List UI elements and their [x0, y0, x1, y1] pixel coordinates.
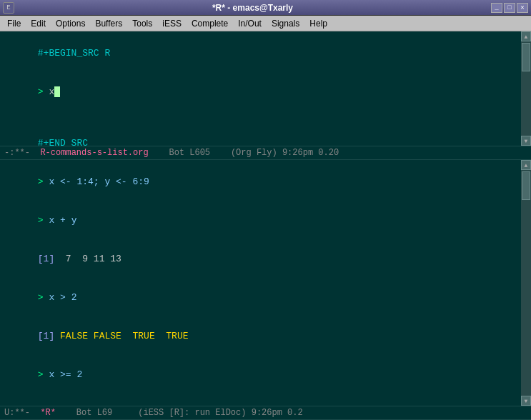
window-controls[interactable]: _ □ ✕ — [491, 3, 528, 13]
status1-left: -:**- — [4, 148, 40, 158]
status2-left: U:**- — [4, 408, 40, 418]
r-prompt-1: > — [38, 176, 49, 187]
menu-help[interactable]: Help — [305, 17, 332, 30]
status1-right: Bot L605 (Org Fly) 9:26pm 0.20 — [149, 148, 339, 158]
end-src-tag: #+END_SRC — [38, 138, 88, 146]
app-icon: E — [3, 2, 14, 14]
maximize-button[interactable]: □ — [504, 3, 515, 13]
r-line-5: [1] FALSE FALSE TRUE TRUE — [4, 317, 527, 356]
menu-edit[interactable]: Edit — [26, 17, 50, 30]
source-pane[interactable]: #+BEGIN_SRC R > x #+END_SRC ▲ ▼ — [0, 31, 531, 146]
app-icon-letter: E — [6, 4, 10, 11]
r-line-6: > x >= 2 — [4, 356, 527, 394]
r-line-3: [1] 7 9 11 13 — [4, 240, 527, 279]
r-scrollbar[interactable]: ▲ ▼ — [521, 160, 531, 406]
scroll-thumb[interactable] — [522, 43, 530, 71]
menu-tools[interactable]: Tools — [128, 17, 157, 30]
r-output-3: 7 9 11 13 — [54, 254, 121, 264]
menu-complete[interactable]: Complete — [187, 17, 232, 30]
r-cmd-6: x >= 2 — [49, 369, 82, 380]
status2-filename: *R* — [40, 408, 56, 418]
source-line-3 — [4, 111, 527, 124]
r-cmd-2: x + y — [49, 215, 76, 226]
status-bar-1: -:**- R-commands-s-list.org Bot L605 (Or… — [0, 146, 531, 160]
r-prompt-2: > — [38, 215, 49, 226]
r-out-5c — [121, 331, 133, 341]
r-line-1: > x <- 1:4; y <- 6:9 — [4, 163, 527, 201]
r-prompt-6: > — [38, 369, 49, 380]
status-bar-2: U:**- *R* Bot L69 (iESS [R]: run ElDoc) … — [0, 406, 531, 420]
scroll-down-arrow[interactable]: ▼ — [521, 136, 531, 146]
window-title: *R* - emacs@Txarly — [14, 3, 491, 13]
menu-inout[interactable]: In/Out — [234, 17, 266, 30]
r-prompt-4: > — [38, 292, 49, 303]
r-bracket-3: [1] — [38, 254, 54, 264]
r-cmd-1: x <- 1:4; y <- 6:9 — [49, 176, 149, 187]
r-scroll-thumb[interactable] — [522, 171, 530, 200]
status1-filename: R-commands-s-list.org — [40, 148, 148, 158]
r-true-5a: TRUE — [132, 331, 154, 341]
r-line-7: [1] FALSE TRUE TRUE TRUE — [4, 394, 527, 406]
r-scroll-down[interactable]: ▼ — [521, 396, 531, 406]
menu-file[interactable]: File — [3, 17, 25, 30]
r-cmd-4: x > 2 — [49, 292, 76, 303]
source-line-2: > x — [4, 73, 527, 111]
r-scroll-up[interactable]: ▲ — [521, 160, 531, 170]
main-area: #+BEGIN_SRC R > x #+END_SRC ▲ ▼ -:**- R-… — [0, 31, 531, 420]
close-button[interactable]: ✕ — [517, 3, 528, 13]
menu-options[interactable]: Options — [51, 17, 89, 30]
r-bracket-5: [1] — [38, 331, 54, 341]
r-output-5 — [54, 331, 60, 341]
r-out-5d — [155, 331, 167, 341]
r-pane[interactable]: > x <- 1:4; y <- 6:9 > x + y [1] 7 9 11 … — [0, 160, 531, 406]
source-line-1: #+BEGIN_SRC R — [4, 34, 527, 73]
menu-signals[interactable]: Signals — [267, 17, 304, 30]
begin-src-tag: #+BEGIN_SRC R — [38, 48, 110, 59]
r-out-5b — [88, 331, 94, 341]
r-false-5a: FALSE — [60, 331, 88, 341]
r-false-5b: FALSE — [94, 331, 121, 341]
source-prompt: > — [38, 86, 49, 97]
r-true-5b: TRUE — [166, 331, 188, 341]
minimize-button[interactable]: _ — [491, 3, 502, 13]
menu-bar: File Edit Options Buffers Tools iESS Com… — [0, 16, 531, 31]
r-line-4: > x > 2 — [4, 279, 527, 317]
menu-buffers[interactable]: Buffers — [91, 17, 126, 30]
source-line-4: #+END_SRC — [4, 124, 527, 146]
title-bar: E *R* - emacs@Txarly _ □ ✕ — [0, 0, 531, 16]
source-scrollbar[interactable]: ▲ ▼ — [521, 31, 531, 146]
cursor — [54, 86, 60, 97]
status2-right: Bot L69 (iESS [R]: run ElDoc) 9:26pm 0.2 — [56, 408, 303, 418]
r-line-2: > x + y — [4, 201, 527, 240]
scroll-up-arrow[interactable]: ▲ — [521, 31, 531, 41]
menu-iess[interactable]: iESS — [158, 17, 186, 30]
